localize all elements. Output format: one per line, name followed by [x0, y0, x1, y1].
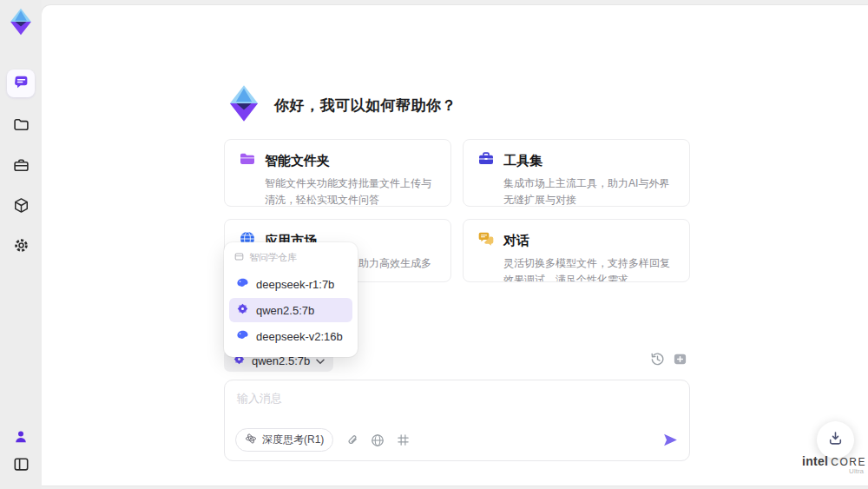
deep-think-label: 深度思考(R1) — [262, 433, 324, 447]
page-title: 你好，我可以如何帮助你？ — [274, 96, 457, 116]
chat-actions — [650, 352, 687, 367]
dialog-icon — [477, 230, 495, 251]
qwen-icon — [236, 302, 249, 318]
sidebar-item-models[interactable] — [7, 193, 35, 221]
grid-icon[interactable] — [397, 433, 410, 446]
message-input[interactable]: 输入消息 — [237, 391, 282, 406]
sidebar-item-folders[interactable] — [7, 112, 35, 140]
card-title: 工具集 — [503, 153, 542, 169]
model-dropdown-header: 智问学仓库 — [229, 249, 352, 270]
deep-think-button[interactable]: 深度思考(R1) — [235, 428, 333, 452]
model-option-label: qwen2.5:7b — [256, 304, 314, 317]
sidebar-item-account[interactable] — [7, 425, 35, 453]
folder-icon — [13, 116, 30, 136]
send-button[interactable] — [662, 432, 679, 448]
model-dropdown-header-label: 智问学仓库 — [249, 251, 297, 264]
app-logo-icon — [224, 83, 264, 127]
atom-icon — [245, 433, 257, 447]
sidebar-panel-toggle[interactable] — [7, 452, 35, 479]
sidebar — [0, 0, 42, 489]
sidebar-item-toolbox[interactable] — [7, 153, 35, 181]
app-logo-icon — [4, 5, 37, 38]
greeting: 你好，我可以如何帮助你？ — [224, 83, 457, 127]
model-option-label: deepseek-v2:16b — [256, 330, 343, 343]
model-option-label: deepseek-r1:7b — [256, 278, 334, 291]
deepseek-icon — [236, 328, 249, 344]
history-icon[interactable] — [650, 352, 665, 367]
sidebar-item-settings[interactable] — [7, 233, 35, 261]
composer: 输入消息 深度思考(R1) — [224, 380, 690, 461]
gear-icon — [13, 237, 30, 257]
download-button[interactable] — [817, 421, 854, 459]
model-dropdown: 智问学仓库 deepseek-r1:7b — [224, 242, 358, 357]
user-icon — [13, 429, 29, 448]
model-option-qwen[interactable]: qwen2.5:7b — [229, 298, 352, 322]
intel-wordmark: intel — [802, 454, 828, 468]
card-title: 对话 — [503, 233, 529, 249]
folder-icon — [239, 150, 256, 171]
new-chat-icon[interactable] — [673, 352, 687, 367]
card-description: 灵活切换多模型文件，支持多样回复效果调试，满足个性化需求 — [503, 255, 675, 282]
card-dialog[interactable]: 对话 灵活切换多模型文件，支持多样回复效果调试，满足个性化需求 — [463, 219, 690, 282]
composer-toolbar: 深度思考(R1) — [235, 428, 679, 452]
chat-bubble-icon — [13, 74, 30, 94]
download-icon — [827, 430, 844, 450]
panel-toggle-icon — [13, 456, 30, 476]
model-option-deepseek-v2[interactable]: deepseek-v2:16b — [229, 324, 352, 348]
card-description: 智能文件夹功能支持批量文件上传与清洗，轻松实现文件问答 — [265, 175, 437, 207]
intel-core-badge: intel CORE Ultra — [799, 454, 868, 475]
globe-icon[interactable] — [371, 433, 385, 447]
paperclip-icon[interactable] — [345, 433, 358, 446]
ultra-label: Ultra — [799, 467, 868, 475]
card-description: 集成市场上主流工具，助力AI与外界无缝扩展与对接 — [503, 175, 675, 207]
toolbox-icon — [477, 150, 495, 171]
briefcase-icon — [13, 157, 30, 177]
model-option-deepseek-r1[interactable]: deepseek-r1:7b — [229, 272, 352, 296]
deepseek-icon — [236, 276, 249, 292]
card-smart-folder[interactable]: 智能文件夹 智能文件夹功能支持批量文件上传与清洗，轻松实现文件问答 — [224, 139, 451, 207]
main-panel: 你好，我可以如何帮助你？ 智能文件夹 智能文件夹功能支持批量文件上传与清洗，轻松… — [42, 5, 868, 486]
cube-icon — [13, 197, 30, 217]
app-window: 你好，我可以如何帮助你？ 智能文件夹 智能文件夹功能支持批量文件上传与清洗，轻松… — [0, 0, 868, 489]
sidebar-item-chat[interactable] — [7, 69, 35, 97]
card-title: 智能文件夹 — [265, 153, 330, 169]
card-toolset[interactable]: 工具集 集成市场上主流工具，助力AI与外界无缝扩展与对接 — [463, 139, 690, 207]
core-wordmark: CORE — [831, 456, 866, 468]
repository-icon — [234, 252, 244, 263]
